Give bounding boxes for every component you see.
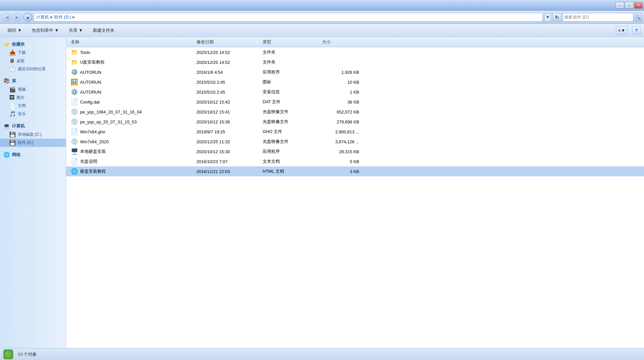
file-modified: 2020/10/12 15:42 bbox=[196, 100, 230, 105]
table-row[interactable]: 🖼️ AUTORUN 2015/5/10 2:45 图标 10 KB bbox=[66, 77, 644, 87]
file-size-cell: 652,072 KB bbox=[321, 109, 361, 115]
file-name-cell: 🌐 硬盘安装教程 bbox=[69, 167, 195, 176]
table-row[interactable]: 📁 U盘安装教程 2020/12/25 14:52 文件夹 bbox=[66, 57, 644, 67]
sidebar-section-library: 📚 库 🎬 视频 🖼 图片 📄 文档 🎵 音乐 bbox=[0, 76, 66, 118]
maximize-button[interactable]: □ bbox=[625, 2, 633, 9]
view-button[interactable]: ≡ ▼ bbox=[616, 26, 627, 35]
sidebar-section-header-favorites[interactable]: ⭐ 收藏夹 bbox=[0, 40, 66, 49]
organize-label: 组织 bbox=[8, 27, 16, 33]
table-row[interactable]: ⚙️ AUTORUN 2015/5/10 2:45 安装信息 1 KB bbox=[66, 87, 644, 97]
search-input[interactable] bbox=[563, 15, 633, 20]
file-name: 本地硬盘安装 bbox=[80, 149, 106, 155]
sidebar-section-header-network[interactable]: 🌐 网络 bbox=[0, 150, 66, 159]
sidebar-item-desktop[interactable]: 🖥 桌面 bbox=[0, 57, 66, 65]
table-row[interactable]: 🌐 硬盘安装教程 2016/11/21 22:03 HTML 文档 3 KB bbox=[66, 166, 644, 176]
music-icon: 🎵 bbox=[9, 111, 16, 117]
breadcrumb-drive[interactable]: 软件 (D:) bbox=[54, 14, 71, 20]
minimize-button[interactable]: ─ bbox=[616, 2, 624, 9]
file-type: 应用程序 bbox=[263, 149, 280, 155]
file-type: 文本文档 bbox=[263, 158, 280, 164]
file-size-cell: 36 KB bbox=[321, 99, 361, 105]
forward-button[interactable]: ▶ bbox=[13, 13, 22, 22]
new-folder-button[interactable]: 新建文件夹 bbox=[89, 25, 119, 35]
file-type: 光盘映像文件 bbox=[263, 109, 288, 115]
file-modified: 2016/10/23 7:07 bbox=[196, 159, 228, 164]
sidebar-item-drive-d[interactable]: 💾 软件 (D:) bbox=[0, 139, 66, 147]
file-type-icon: 📁 bbox=[71, 49, 78, 56]
status-count: 13 个对象 bbox=[18, 351, 37, 357]
include-button[interactable]: 包含到库中 ▼ bbox=[27, 25, 63, 35]
table-row[interactable]: 💿 Win7x64_2020 2020/12/25 11:32 光盘映像文件 3… bbox=[66, 137, 644, 147]
address-dropdown[interactable]: ▼ bbox=[544, 13, 551, 22]
file-size: 1 KB bbox=[350, 90, 359, 95]
file-modified: 2020/12/25 14:52 bbox=[196, 50, 230, 55]
sidebar-item-video[interactable]: 🎬 视频 bbox=[0, 85, 66, 94]
file-size-cell: 5 KB bbox=[321, 158, 361, 165]
file-size-cell bbox=[321, 62, 361, 63]
network-label: 网络 bbox=[12, 152, 21, 158]
breadcrumb-computer[interactable]: 计算机 bbox=[36, 14, 49, 20]
file-modified: 2015/5/10 2:45 bbox=[196, 90, 225, 95]
file-type-cell: DAT 文件 bbox=[261, 98, 321, 106]
file-type-icon: 🌐 bbox=[71, 168, 78, 175]
pictures-icon: 🖼 bbox=[9, 95, 15, 101]
file-type-cell: 应用程序 bbox=[261, 68, 321, 76]
sidebar-item-drive-c[interactable]: 💾 本地磁盘 (C:) bbox=[0, 130, 66, 139]
col-header-type[interactable]: 类型 bbox=[261, 38, 321, 46]
file-type-cell: 光盘映像文件 bbox=[261, 118, 321, 125]
search-button[interactable]: 🔍 bbox=[633, 13, 642, 21]
organize-dropdown-icon: ▼ bbox=[18, 28, 22, 33]
sidebar-item-desktop-label: 桌面 bbox=[17, 58, 24, 64]
file-rows-container: 📁 Tools 2020/12/25 14:52 文件夹 📁 U盘安装教程 20… bbox=[66, 47, 644, 176]
table-row[interactable]: 🖥️ 本地硬盘安装 2020/10/12 15:30 应用程序 28,315 K… bbox=[66, 147, 644, 157]
file-type-cell: 文件夹 bbox=[261, 49, 321, 56]
computer-section-icon: 💻 bbox=[3, 123, 10, 129]
col-header-size[interactable]: 大小 bbox=[321, 38, 361, 46]
sidebar-item-pictures[interactable]: 🖼 图片 bbox=[0, 94, 66, 102]
file-type-cell: 应用程序 bbox=[261, 148, 321, 155]
col-header-modified[interactable]: 修改日期 bbox=[195, 38, 261, 46]
file-modified-cell: 2020/12/25 14:52 bbox=[195, 59, 261, 66]
share-button[interactable]: 共享 ▼ bbox=[64, 25, 87, 35]
file-type-icon: ⚙️ bbox=[71, 88, 78, 96]
sidebar-section-computer: 💻 计算机 💾 本地磁盘 (C:) 💾 软件 (D:) bbox=[0, 121, 66, 147]
file-modified-cell: 2020/12/25 14:52 bbox=[195, 49, 261, 56]
table-row[interactable]: 📁 Tools 2020/12/25 14:52 文件夹 bbox=[66, 47, 644, 57]
file-size: 3,874,126 ... bbox=[335, 139, 359, 144]
table-row[interactable]: 📄 Win7x64.gho 2019/9/7 19:25 GHO 文件 2,90… bbox=[66, 127, 644, 137]
up-button[interactable]: ▲ bbox=[23, 13, 32, 22]
library-icon: 📚 bbox=[3, 78, 10, 84]
close-button[interactable]: ✕ bbox=[634, 2, 643, 9]
table-row[interactable]: 📄 光盘说明 2016/10/23 7:07 文本文档 5 KB bbox=[66, 157, 644, 166]
file-size-cell: 3 KB bbox=[321, 168, 361, 175]
table-row[interactable]: 💿 pe_yqs_1064_20_07_31_16_04 2020/10/12 … bbox=[66, 107, 644, 117]
sidebar-section-favorites: ⭐ 收藏夹 📥 下载 🖥 桌面 🕐 最近访问的位置 bbox=[0, 40, 66, 73]
file-type-icon: 💿 bbox=[71, 108, 78, 115]
file-modified-cell: 2020/10/12 15:30 bbox=[195, 149, 261, 155]
recent-icon: 🕐 bbox=[9, 66, 16, 72]
refresh-button[interactable]: ↻ bbox=[553, 13, 561, 22]
sidebar-section-header-library[interactable]: 📚 库 bbox=[0, 76, 66, 85]
table-row[interactable]: 📄 Config.dat 2020/10/12 15:42 DAT 文件 36 … bbox=[66, 97, 644, 107]
sidebar: ⭐ 收藏夹 📥 下载 🖥 桌面 🕐 最近访问的位置 📚 库 bbox=[0, 37, 66, 348]
back-button[interactable]: ◀ bbox=[2, 13, 11, 22]
sidebar-item-download[interactable]: 📥 下载 bbox=[0, 49, 66, 57]
help-button[interactable]: ? bbox=[632, 26, 641, 35]
table-row[interactable]: 💿 pe_yqs_xp_20_07_31_15_53 2020/10/12 15… bbox=[66, 117, 644, 127]
file-size: 652,072 KB bbox=[337, 110, 359, 114]
file-size-cell: 1 KB bbox=[321, 89, 361, 95]
file-name: Win7x64.gho bbox=[80, 129, 105, 134]
addressbar: ◀ ▶ ▲ 计算机 ▶ 软件 (D:) ▶ ▼ ↻ 🔍 bbox=[0, 11, 644, 24]
file-name-cell: 📄 Win7x64.gho bbox=[69, 127, 195, 136]
sidebar-item-recent[interactable]: 🕐 最近访问的位置 bbox=[0, 65, 66, 73]
file-name: 硬盘安装教程 bbox=[80, 168, 106, 174]
col-header-name[interactable]: 名称 bbox=[69, 38, 195, 46]
file-size-cell: 28,315 KB bbox=[321, 149, 361, 155]
file-type: 应用程序 bbox=[263, 69, 280, 75]
sidebar-section-header-computer[interactable]: 💻 计算机 bbox=[0, 121, 66, 130]
sidebar-item-music[interactable]: 🎵 音乐 bbox=[0, 110, 66, 118]
sidebar-item-documents[interactable]: 📄 文档 bbox=[0, 102, 66, 110]
table-row[interactable]: ⚙️ AUTORUN 2016/1/8 4:54 应用程序 1,926 KB bbox=[66, 67, 644, 77]
file-type: 光盘映像文件 bbox=[263, 139, 288, 145]
organize-button[interactable]: 组织 ▼ bbox=[3, 25, 26, 35]
